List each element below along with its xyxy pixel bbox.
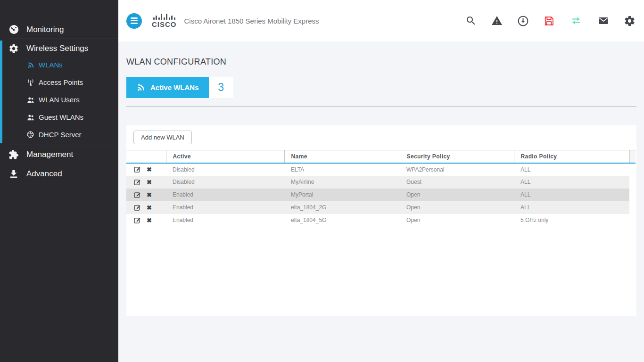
- sidebar-item-management[interactable]: Management: [0, 147, 118, 162]
- sidebar-item-access-points[interactable]: Access Points: [2, 74, 118, 91]
- edit-wlan-icon[interactable]: [133, 204, 141, 212]
- row-actions: ✖: [126, 163, 166, 176]
- main-area: CISCO Cisco Aironet 1850 Series Mobility…: [118, 0, 644, 362]
- cell-radio-policy: ALL: [514, 176, 629, 189]
- menu-toggle-button[interactable]: [126, 13, 142, 29]
- app-window: Monitoring Wireless Settings WLANs: [0, 0, 644, 362]
- table-row[interactable]: ✖Enabledelta_1804_2GOpenALL: [126, 201, 636, 214]
- sidebar-item-guest-wlans[interactable]: Guest WLANs: [2, 108, 118, 126]
- dhcp-icon: [26, 131, 35, 139]
- row-actions: ✖: [126, 214, 166, 227]
- cell-name: MyPortal: [284, 189, 400, 201]
- cell-name: elta_1804_2G: [284, 201, 400, 214]
- edit-wlan-icon[interactable]: [133, 216, 141, 224]
- section-divider: [126, 106, 636, 107]
- download-icon[interactable]: [517, 15, 529, 27]
- sidebar-item-advanced[interactable]: Advanced: [0, 166, 118, 181]
- cell-spacer: [629, 163, 636, 176]
- cell-radio-policy: ALL: [514, 189, 629, 201]
- sidebar-item-label: Management: [26, 150, 73, 159]
- sidebar-item-wireless-settings[interactable]: Wireless Settings: [2, 41, 118, 56]
- sidebar-item-label: Access Points: [39, 78, 83, 86]
- sidebar-item-label: WLAN Users: [39, 96, 80, 104]
- tab-label: Active WLANs: [150, 83, 199, 91]
- edit-wlan-icon[interactable]: [133, 178, 141, 186]
- sidebar-divider: [7, 145, 118, 145]
- cisco-logo-bars: [153, 13, 175, 20]
- sidebar-item-label: WLANs: [39, 61, 63, 69]
- rss-icon: [26, 61, 35, 69]
- sidebar-divider: [7, 39, 118, 39]
- column-header-security-policy: Security Policy: [400, 150, 514, 163]
- cell-name: elta_1804_5G: [284, 214, 400, 227]
- sidebar-section-wireless-settings: Wireless Settings WLANs Access Points: [0, 41, 118, 143]
- cell-name: MyAirline: [284, 176, 400, 189]
- row-actions: ✖: [126, 201, 166, 214]
- active-wlans-count[interactable]: 3: [209, 77, 233, 98]
- cell-active: Enabled: [166, 189, 284, 201]
- delete-wlan-icon[interactable]: ✖: [147, 204, 152, 211]
- header-icons: [465, 15, 636, 27]
- tab-active-wlans[interactable]: Active WLANs: [126, 77, 209, 98]
- sidebar-item-label: Advanced: [26, 169, 62, 179]
- sidebar-item-label: Monitoring: [26, 25, 64, 34]
- wlan-table-panel: Add new WLAN Active Name Security Policy…: [126, 125, 636, 316]
- delete-wlan-icon[interactable]: ✖: [147, 217, 152, 224]
- edit-wlan-icon[interactable]: [133, 191, 141, 199]
- sidebar-item-wlan-users[interactable]: WLAN Users: [2, 91, 118, 108]
- cell-radio-policy: ALL: [514, 201, 629, 214]
- table-row[interactable]: ✖Enabledelta_1804_5GOpen5 GHz only: [126, 214, 636, 227]
- users-icon: [26, 113, 35, 122]
- edit-wlan-icon[interactable]: [133, 165, 141, 173]
- cisco-logo: CISCO: [152, 13, 177, 28]
- sidebar-item-label: Wireless Settings: [26, 44, 88, 53]
- wlan-tabs: Active WLANs 3: [126, 77, 636, 98]
- access-point-icon: [26, 78, 35, 87]
- cell-security-policy: Open: [400, 189, 514, 201]
- cell-security-policy: Open: [400, 201, 514, 214]
- column-header-spacer: [629, 150, 636, 163]
- sidebar: Monitoring Wireless Settings WLANs: [0, 0, 118, 362]
- save-icon[interactable]: [543, 15, 555, 27]
- cell-spacer: [629, 189, 636, 201]
- add-new-wlan-button[interactable]: Add new WLAN: [133, 131, 192, 144]
- table-row[interactable]: ✖EnabledMyPortalOpenALL: [126, 189, 636, 201]
- column-header-actions: [126, 150, 166, 163]
- table-header-row: Active Name Security Policy Radio Policy: [126, 150, 636, 163]
- cell-active: Disabled: [166, 163, 284, 176]
- sidebar-item-dhcp-server[interactable]: DHCP Server: [2, 126, 118, 143]
- users-icon: [26, 96, 35, 104]
- column-header-radio-policy: Radio Policy: [514, 150, 629, 163]
- delete-wlan-icon[interactable]: ✖: [147, 166, 152, 173]
- row-actions: ✖: [126, 176, 166, 189]
- transfer-icon[interactable]: [569, 15, 583, 26]
- mail-icon[interactable]: [597, 15, 610, 26]
- download-tray-icon: [8, 169, 19, 179]
- sidebar-item-monitoring[interactable]: Monitoring: [0, 22, 118, 37]
- cell-spacer: [629, 176, 636, 189]
- cisco-logo-text: CISCO: [152, 20, 177, 28]
- table-row[interactable]: ✖DisabledELTAWPA2PersonalALL: [126, 163, 636, 176]
- cell-radio-policy: 5 GHz only: [514, 214, 629, 227]
- sidebar-item-wlans[interactable]: WLANs: [2, 56, 118, 74]
- settings-gear-icon[interactable]: [624, 15, 636, 27]
- cell-spacer: [629, 201, 636, 214]
- top-header: CISCO Cisco Aironet 1850 Series Mobility…: [118, 0, 644, 41]
- search-icon[interactable]: [465, 15, 477, 26]
- page-title: WLAN CONFIGURATION: [126, 57, 636, 67]
- alert-icon[interactable]: [491, 15, 503, 26]
- table-row[interactable]: ✖DisabledMyAirlineGuestALL: [126, 176, 636, 189]
- cell-security-policy: Guest: [400, 176, 514, 189]
- cell-spacer: [629, 214, 636, 227]
- app-title: Cisco Aironet 1850 Series Mobility Expre…: [184, 17, 319, 25]
- cell-active: Enabled: [166, 214, 284, 227]
- row-actions: ✖: [126, 189, 166, 201]
- page-content: WLAN CONFIGURATION Active WLANs 3 Add ne…: [118, 41, 644, 316]
- delete-wlan-icon[interactable]: ✖: [147, 179, 152, 186]
- cell-security-policy: WPA2Personal: [400, 163, 514, 176]
- cell-radio-policy: ALL: [514, 163, 629, 176]
- gear-icon: [8, 43, 19, 54]
- delete-wlan-icon[interactable]: ✖: [147, 191, 152, 198]
- column-header-name: Name: [284, 150, 400, 163]
- puzzle-icon: [8, 149, 19, 160]
